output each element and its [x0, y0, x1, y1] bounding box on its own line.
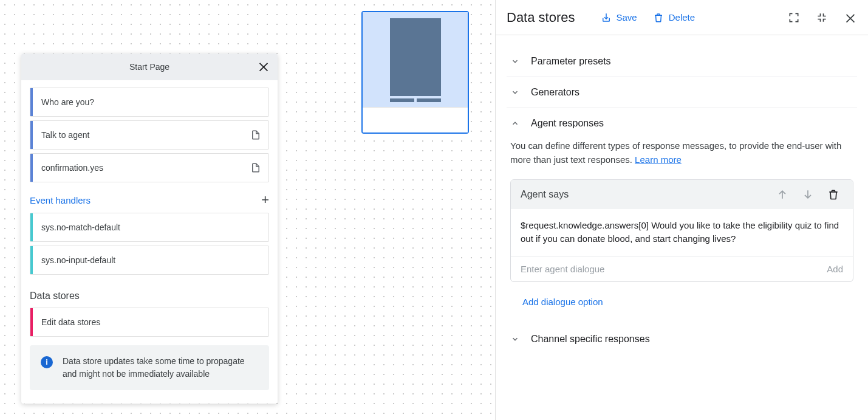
- section-label: Agent responses: [531, 118, 604, 129]
- section-channel-specific[interactable]: Channel specific responses: [510, 324, 853, 354]
- info-icon: i: [41, 356, 53, 368]
- data-stores-label: Data stores: [30, 291, 80, 301]
- event-handlers-heading[interactable]: Event handlers +: [30, 193, 269, 207]
- selected-page-node[interactable]: [361, 11, 469, 134]
- intent-label: Talk to agent: [41, 130, 250, 140]
- learn-more-link[interactable]: Learn more: [635, 154, 682, 165]
- exit-fullscreen-icon[interactable]: [816, 12, 828, 24]
- intent-route[interactable]: Talk to agent: [30, 120, 269, 150]
- right-panel-header: Data stores Save Delete: [496, 0, 868, 35]
- handler-label: sys.no-input-default: [41, 255, 115, 265]
- section-agent-responses: Agent responses You can define different…: [507, 108, 857, 368]
- section-generators: Generators: [507, 77, 857, 108]
- event-handlers-label: Event handlers: [30, 195, 91, 205]
- edit-data-stores-row[interactable]: Edit data stores: [30, 308, 269, 337]
- agent-says-card: Agent says $request.knowledge.answers[0]…: [510, 179, 853, 282]
- edit-data-stores-label: Edit data stores: [41, 317, 100, 327]
- info-text: Data store updates take some time to pro…: [63, 355, 258, 380]
- right-panel-body: Parameter presets Generators Agent respo…: [496, 35, 868, 368]
- close-panel-icon[interactable]: [844, 11, 857, 24]
- node-body: [363, 12, 468, 107]
- section-toggle[interactable]: Agent responses: [507, 108, 857, 139]
- section-label: Channel specific responses: [531, 334, 650, 345]
- fullscreen-icon[interactable]: [788, 12, 800, 24]
- chevron-down-icon: [510, 88, 520, 97]
- agent-says-title: Agent says: [521, 189, 767, 200]
- move-down-icon[interactable]: [798, 188, 818, 201]
- info-banner: i Data store updates take some time to p…: [30, 345, 269, 390]
- agent-dialogue-input[interactable]: [521, 264, 827, 274]
- add-inline-button[interactable]: Add: [827, 264, 843, 274]
- intent-route[interactable]: Who are you?: [30, 88, 269, 117]
- section-toggle[interactable]: Generators: [507, 77, 857, 108]
- delete-response-icon[interactable]: [824, 188, 843, 201]
- close-icon[interactable]: [257, 60, 270, 73]
- section-label: Parameter presets: [531, 56, 611, 67]
- chevron-down-icon: [510, 335, 520, 343]
- delete-button[interactable]: Delete: [653, 12, 695, 23]
- chevron-down-icon: [510, 57, 520, 66]
- handler-label: sys.no-match-default: [41, 222, 120, 232]
- node-footer: [363, 107, 468, 133]
- right-panel: Data stores Save Delete Parameter preset…: [495, 0, 868, 420]
- flow-canvas[interactable]: Start Page Who are you? Talk to agent co…: [0, 0, 495, 420]
- save-button[interactable]: Save: [601, 12, 637, 23]
- intent-label: confirmation.yes: [41, 163, 250, 173]
- event-handler[interactable]: sys.no-input-default: [30, 246, 269, 275]
- intent-label: Who are you?: [41, 97, 261, 107]
- intent-route[interactable]: confirmation.yes: [30, 153, 269, 182]
- page-link-icon: [250, 162, 261, 173]
- event-handler[interactable]: sys.no-match-default: [30, 213, 269, 242]
- page-link-icon: [250, 129, 261, 140]
- node-footer-bars: [390, 98, 441, 102]
- page-editor-panel: Start Page Who are you? Talk to agent co…: [21, 53, 278, 404]
- agent-dialogue-text[interactable]: $request.knowledge.answers[0] Would you …: [511, 209, 853, 256]
- agent-responses-content: You can define different types of respon…: [507, 139, 857, 368]
- section-description: You can define different types of respon…: [510, 139, 853, 167]
- section-toggle[interactable]: Parameter presets: [507, 46, 857, 77]
- agent-dialogue-input-row: Add: [511, 256, 853, 281]
- move-up-icon[interactable]: [773, 188, 792, 201]
- panel-title: Data stores: [507, 10, 575, 26]
- section-label: Generators: [531, 87, 579, 98]
- section-parameter-presets: Parameter presets: [507, 46, 857, 77]
- page-editor-header: Start Page: [21, 53, 278, 80]
- chevron-up-icon: [510, 119, 520, 128]
- add-dialogue-option-button[interactable]: Add dialogue option: [522, 297, 853, 307]
- add-event-handler-button[interactable]: +: [261, 193, 269, 207]
- data-stores-heading: Data stores: [30, 291, 269, 301]
- agent-says-header: Agent says: [511, 180, 853, 209]
- page-editor-body: Who are you? Talk to agent confirmation.…: [21, 80, 278, 404]
- node-content-block: [390, 18, 441, 96]
- page-title: Start Page: [129, 62, 169, 72]
